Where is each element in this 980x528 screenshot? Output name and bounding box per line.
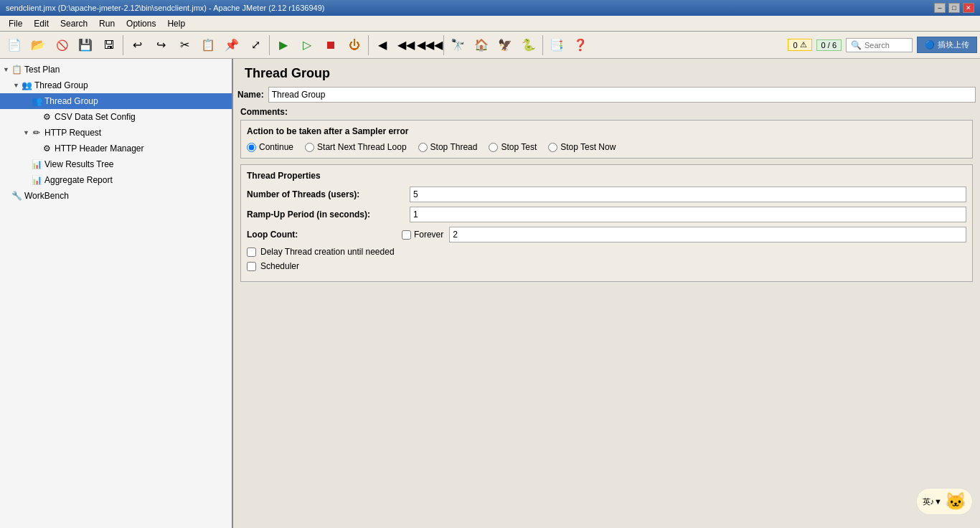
browse-button[interactable]: 🔭 bbox=[446, 34, 469, 57]
maximize-button[interactable]: □ bbox=[948, 3, 960, 13]
warning-count: 0 bbox=[793, 41, 797, 50]
node-icon: 📋 bbox=[10, 63, 23, 76]
page-title: Thread Group bbox=[233, 59, 980, 87]
run-button[interactable]: ▶ bbox=[272, 34, 295, 57]
tree-item-csv-data[interactable]: ⚙ CSV Data Set Config bbox=[0, 109, 232, 125]
clear-button[interactable]: ◀ bbox=[371, 34, 394, 57]
help-button[interactable]: ❓ bbox=[569, 34, 592, 57]
radio-stop-test[interactable]: Stop Test bbox=[489, 142, 537, 152]
ramp-up-row: Ramp-Up Period (in seconds): bbox=[247, 207, 966, 222]
copy-button[interactable]: 📋 bbox=[197, 34, 220, 57]
run-count-badge: 0 / 6 bbox=[816, 39, 842, 51]
new-button[interactable]: 📄 bbox=[3, 34, 26, 57]
thread-props-title: Thread Properties bbox=[247, 171, 966, 181]
tree-item-thread-group-1[interactable]: ▼ 👥 Thread Group bbox=[0, 77, 232, 93]
loop-count-label: Loop Count: bbox=[247, 230, 402, 240]
remote-run-button[interactable]: 🏠 bbox=[470, 34, 493, 57]
minimize-button[interactable]: – bbox=[934, 3, 946, 13]
node-icon: ⚙ bbox=[40, 110, 53, 123]
run-single-button[interactable]: ▷ bbox=[296, 34, 319, 57]
close-button[interactable]: ✕ bbox=[963, 3, 974, 13]
clear-all-button[interactable]: ◀◀ bbox=[395, 34, 418, 57]
upload-button[interactable]: 🔵 插块上传 bbox=[917, 37, 977, 53]
stop-button[interactable]: ⏹ bbox=[319, 34, 342, 57]
search-box: 🔍 bbox=[846, 38, 913, 52]
save-button[interactable]: 🚫 bbox=[50, 34, 73, 57]
menu-item-edit[interactable]: Edit bbox=[28, 17, 55, 30]
tree-item-label: Thread Group bbox=[34, 80, 88, 90]
content-panel: Thread Group Name: Comments: Action to b… bbox=[233, 59, 980, 528]
cut-button[interactable]: ✂ bbox=[173, 34, 196, 57]
menu-item-help[interactable]: Help bbox=[161, 17, 191, 30]
mascot-icon: 🐱 bbox=[945, 491, 966, 512]
scheduler-checkbox[interactable] bbox=[247, 262, 256, 271]
remote-stop-button[interactable]: 🦅 bbox=[494, 34, 517, 57]
shutdown-button[interactable]: ⏻ bbox=[343, 34, 366, 57]
search-icon: 🔍 bbox=[851, 40, 862, 50]
toolbar-sep-2 bbox=[269, 35, 270, 55]
window-title: sendclient.jmx (D:\apache-jmeter-2.12\bi… bbox=[6, 4, 325, 12]
tree-item-workbench[interactable]: 🔧 WorkBench bbox=[0, 188, 232, 204]
delay-thread-row: Delay Thread creation until needed bbox=[247, 247, 966, 257]
menu-item-options[interactable]: Options bbox=[121, 17, 161, 30]
node-icon: 📊 bbox=[30, 158, 43, 171]
toolbar-right: 0 ⚠ 0 / 6 🔍 🔵 插块上传 bbox=[788, 37, 977, 53]
search-input[interactable] bbox=[864, 41, 908, 50]
name-field-row: Name: bbox=[233, 87, 980, 103]
remote-clear-button[interactable]: 🐍 bbox=[517, 34, 540, 57]
toolbar-sep-1 bbox=[123, 35, 123, 55]
expand-button[interactable]: ⤢ bbox=[244, 34, 267, 57]
save-file-button[interactable]: 💾 bbox=[74, 34, 97, 57]
radio-continue[interactable]: Continue bbox=[247, 142, 293, 152]
radio-stop-thread[interactable]: Stop Thread bbox=[418, 142, 478, 152]
upload-icon: 🔵 bbox=[925, 40, 935, 50]
tree-item-view-results[interactable]: 📊 View Results Tree bbox=[0, 156, 232, 172]
menu-item-search[interactable]: Search bbox=[55, 17, 93, 30]
tree-item-aggregate[interactable]: 📊 Aggregate Report bbox=[0, 172, 232, 188]
tree-item-http-request[interactable]: ▼ ✏ HTTP Request bbox=[0, 125, 232, 141]
delay-thread-checkbox[interactable] bbox=[247, 248, 256, 257]
radio-stop-test-now[interactable]: Stop Test Now bbox=[548, 142, 616, 152]
redo-button[interactable]: ↪ bbox=[149, 34, 172, 57]
tree-item-label: Test Plan bbox=[24, 65, 60, 75]
forever-label: Forever bbox=[414, 230, 443, 240]
expand-icon: ▼ bbox=[23, 129, 30, 136]
action-section-title: Action to be taken after a Sampler error bbox=[247, 126, 966, 136]
titlebar-controls: – □ ✕ bbox=[934, 3, 974, 13]
num-threads-label: Number of Threads (users): bbox=[247, 189, 410, 199]
undo-button[interactable]: ↩ bbox=[126, 34, 149, 57]
delay-thread-label: Delay Thread creation until needed bbox=[260, 247, 395, 257]
ramp-up-label: Ramp-Up Period (in seconds): bbox=[247, 209, 410, 220]
node-icon: 🔧 bbox=[10, 189, 23, 202]
warning-icon: ⚠ bbox=[800, 40, 807, 50]
mascot: 英♪▼ 🐱 bbox=[916, 488, 973, 515]
radio-start-next[interactable]: Start Next Thread Loop bbox=[305, 142, 407, 152]
ramp-up-input[interactable] bbox=[410, 207, 966, 222]
node-icon: ✏ bbox=[30, 126, 43, 139]
open-button[interactable]: 📂 bbox=[27, 34, 50, 57]
menu-item-run[interactable]: Run bbox=[93, 17, 121, 30]
clear-all2-button[interactable]: ◀◀◀ bbox=[418, 34, 441, 57]
tree-item-label: WorkBench bbox=[24, 191, 69, 201]
expand-icon: ▼ bbox=[13, 82, 20, 89]
radio-row: Continue Start Next Thread Loop Stop Thr… bbox=[247, 142, 966, 152]
scheduler-label: Scheduler bbox=[260, 261, 299, 271]
tree-item-label: Thread Group bbox=[44, 96, 98, 106]
tree-item-test-plan[interactable]: ▼ 📋 Test Plan bbox=[0, 62, 232, 77]
mascot-text: 英♪▼ bbox=[923, 496, 942, 507]
tree-item-thread-group-selected[interactable]: 👥 Thread Group bbox=[0, 93, 232, 109]
paste-button[interactable]: 📌 bbox=[220, 34, 243, 57]
tree-item-label: HTTP Header Manager bbox=[55, 143, 144, 154]
menu-item-file[interactable]: File bbox=[3, 17, 28, 30]
loop-count-row: Loop Count: Forever bbox=[247, 227, 966, 242]
name-input[interactable] bbox=[268, 87, 976, 103]
loop-count-input[interactable] bbox=[449, 227, 966, 242]
tree-item-http-header[interactable]: ⚙ HTTP Header Manager bbox=[0, 141, 232, 156]
num-threads-input[interactable] bbox=[410, 187, 966, 202]
tree-item-label: HTTP Request bbox=[44, 128, 101, 138]
toolbar-sep-5 bbox=[542, 35, 543, 55]
forever-checkbox[interactable] bbox=[402, 230, 411, 240]
forever-checkbox-label[interactable]: Forever bbox=[402, 230, 443, 240]
templates-button[interactable]: 📑 bbox=[545, 34, 568, 57]
save-as-button[interactable]: 🖫 bbox=[98, 34, 121, 57]
